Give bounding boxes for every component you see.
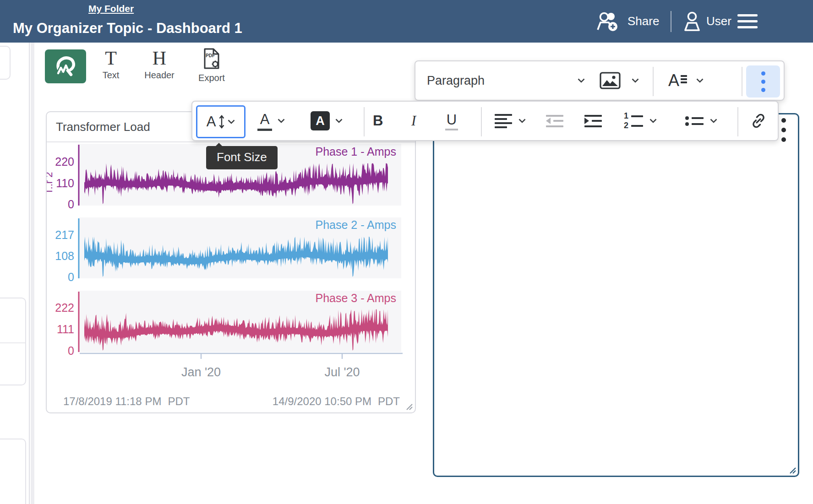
svg-text:Phase 2 - Amps: Phase 2 - Amps — [316, 218, 396, 231]
indent-button[interactable] — [584, 102, 602, 140]
toolbar-divider — [742, 67, 742, 96]
svg-text:Phase 3 - Amps: Phase 3 - Amps — [316, 292, 396, 304]
numbered-list-icon: 1 2 — [622, 111, 643, 130]
export-button[interactable]: PDF Export — [192, 48, 231, 83]
chevron-down-icon — [696, 78, 704, 83]
export-label: Export — [192, 73, 231, 83]
left-rail-border — [29, 43, 30, 504]
range-start-timestamp: 17/8/2019 11:18 PM PDT — [63, 395, 190, 408]
pdf-text: PDF — [206, 53, 215, 58]
editor-toolbar-formatting: A A A B I — [191, 101, 779, 141]
paragraph-style-dropdown[interactable]: Paragraph — [427, 61, 585, 100]
bold-button[interactable]: B — [373, 102, 383, 140]
breadcrumb-my-folder-link[interactable]: My Folder — [88, 3, 134, 14]
header-H-icon: H — [139, 48, 180, 69]
highlight-color-button[interactable]: A — [311, 102, 343, 140]
chevron-down-icon — [632, 78, 639, 83]
chevron-down-icon — [518, 119, 526, 123]
end-time: 14/9/2020 10:50 PM — [273, 395, 371, 408]
seeq-home-button[interactable] — [45, 49, 86, 83]
bullet-list-icon — [685, 116, 704, 126]
panel-resize-handle[interactable] — [404, 402, 413, 410]
user-icon — [683, 11, 701, 32]
text-T-icon: T — [94, 48, 127, 69]
highlight-A-icon: A — [311, 111, 330, 130]
toolbar-divider — [653, 67, 654, 96]
insert-link-button[interactable] — [749, 102, 768, 140]
editor-toolbar-main: Paragraph A — [415, 60, 785, 101]
font-color-button[interactable]: A — [257, 102, 285, 140]
chevron-down-icon — [278, 119, 285, 123]
chevron-down-icon — [578, 78, 585, 83]
top-header-bar: My Folder My Organizer Topic - Dashboard… — [0, 0, 813, 43]
insert-header-label: Header — [139, 70, 180, 81]
svg-text:Jul '20: Jul '20 — [324, 365, 360, 379]
align-left-icon — [495, 113, 512, 129]
block-options-kebab-icon[interactable] — [781, 118, 786, 142]
font-size-tooltip: Font Size — [206, 146, 278, 169]
toolbar-divider — [364, 107, 365, 136]
svg-text:110: 110 — [56, 177, 74, 190]
underline-button[interactable]: U — [445, 102, 458, 140]
indent-icon — [584, 114, 602, 128]
font-options-lines-icon — [681, 74, 687, 84]
text-block-editor-area[interactable] — [433, 113, 799, 477]
insert-image-dropdown[interactable] — [600, 61, 639, 100]
chevron-down-icon — [649, 119, 657, 123]
start-tz: PDT — [168, 395, 190, 408]
more-options-kebab-button[interactable] — [746, 65, 780, 98]
underline-U-icon: U — [447, 112, 457, 128]
card-divider — [0, 342, 25, 343]
font-size-button[interactable]: A — [196, 105, 246, 138]
underline-bar — [445, 129, 458, 130]
export-pdf-icon: PDF — [202, 48, 222, 70]
svg-text:0: 0 — [68, 198, 74, 211]
svg-text:0: 0 — [68, 344, 74, 357]
user-menu-button[interactable]: User — [683, 0, 731, 43]
bullet-list-dropdown[interactable] — [685, 102, 717, 140]
updown-arrow-icon — [219, 114, 224, 129]
end-tz: PDT — [378, 395, 400, 408]
chevron-down-icon — [710, 119, 717, 123]
left-rail-card[interactable] — [0, 439, 26, 504]
svg-text:217: 217 — [55, 228, 74, 241]
ordered-list-dropdown[interactable]: 1 2 — [622, 102, 657, 140]
editor-resize-handle[interactable] — [787, 465, 797, 474]
font-color-bar — [257, 129, 272, 131]
svg-text:0: 0 — [68, 271, 74, 283]
left-rail-divider — [31, 43, 34, 504]
share-user-plus-icon — [595, 11, 622, 32]
font-settings-dropdown[interactable]: A — [668, 61, 704, 100]
svg-text:108: 108 — [55, 249, 74, 262]
svg-text:Jan '20: Jan '20 — [181, 365, 221, 379]
insert-text-label: Text — [94, 70, 127, 81]
left-rail-card[interactable] — [0, 298, 26, 385]
start-time: 17/8/2019 11:18 PM — [63, 395, 161, 408]
toolbar-divider — [737, 107, 738, 136]
link-icon — [749, 112, 768, 130]
svg-text:220: 220 — [55, 155, 74, 168]
insert-header-button[interactable]: H Header — [139, 48, 180, 81]
user-label: User — [706, 14, 731, 28]
page-title: My Organizer Topic - Dashboard 1 — [13, 20, 242, 37]
chevron-down-icon — [228, 119, 235, 124]
left-rail-card[interactable] — [0, 46, 11, 80]
seeq-logo-icon — [53, 54, 78, 79]
range-end-timestamp: 14/9/2020 10:50 PM PDT — [273, 395, 400, 408]
italic-button[interactable]: I — [411, 102, 416, 140]
align-dropdown[interactable] — [495, 102, 526, 140]
paragraph-style-label: Paragraph — [427, 74, 485, 88]
toolbar-divider — [481, 107, 482, 136]
outdent-icon — [546, 114, 563, 128]
share-button[interactable]: Share — [595, 0, 659, 43]
svg-text:111: 111 — [57, 323, 74, 336]
share-label: Share — [627, 14, 659, 28]
hamburger-menu-icon[interactable] — [737, 14, 758, 28]
outdent-button[interactable] — [546, 102, 563, 140]
organizer-topic-screen: My Folder My Organizer Topic - Dashboard… — [0, 0, 813, 504]
insert-text-button[interactable]: T Text — [94, 48, 127, 81]
svg-text:Phase 1 - Amps: Phase 1 - Amps — [316, 145, 396, 158]
topbar-divider — [671, 11, 671, 32]
image-icon — [600, 72, 621, 89]
font-size-A-icon: A — [207, 114, 216, 130]
